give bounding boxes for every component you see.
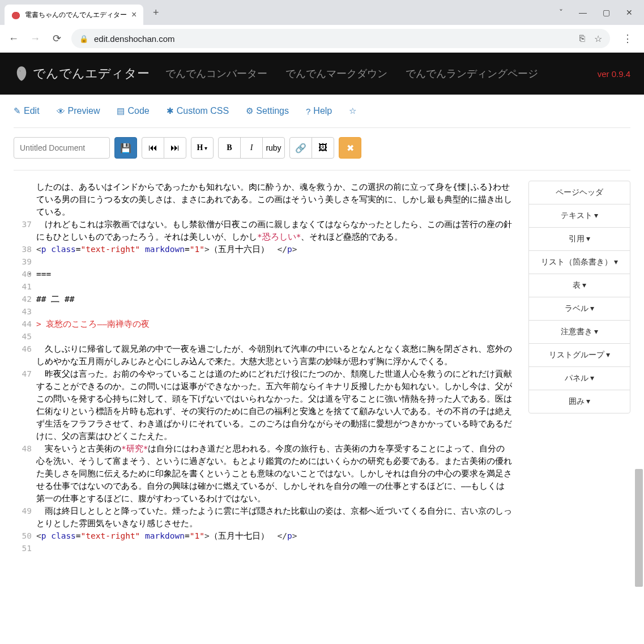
app-header: でんでんエディター でんでんコンバーター でんでんマークダウン でんでんランディ… <box>0 53 644 95</box>
link-icon: 🔗 <box>295 143 306 153</box>
browser-menu-button[interactable]: ⋮ <box>618 32 637 45</box>
browser-tab[interactable]: 電書ちゃんのでんでんエディター × <box>5 5 143 25</box>
line-gutter: 373839404142434445464748495051 <box>14 181 36 555</box>
sidebar-item-3[interactable]: リスト（箇条書き） ▾ <box>529 251 630 274</box>
code-content[interactable]: したのは、あるいはインドからであったかも知れない。肉に酔うか、魂を救うか、この選… <box>36 181 513 555</box>
sidebar-item-8[interactable]: パネル ▾ <box>529 367 630 390</box>
sidebar-item-0[interactable]: ページヘッダ <box>529 181 630 204</box>
next-button[interactable]: ⏭ <box>164 137 186 159</box>
browser-tab-bar: 電書ちゃんのでんでんエディター × + ˅ — ▢ ✕ <box>0 0 644 25</box>
sidebar-item-7[interactable]: リストグループ ▾ <box>529 344 630 367</box>
tab-edit[interactable]: ✎Edit <box>14 106 40 116</box>
tab-bookmark[interactable]: ☆ <box>349 106 356 116</box>
install-app-icon[interactable]: ⎘ <box>579 33 585 44</box>
address-bar: ← → ⟳ 🔒 edit.denshochan.com ⎘ ☆ ⋮ <box>0 25 644 52</box>
brand-logo-icon <box>14 62 29 85</box>
brand-title[interactable]: でんでんエディター <box>33 65 150 82</box>
scrollbar-thumb[interactable] <box>635 469 643 555</box>
link-button[interactable]: 🔗 <box>289 137 312 159</box>
favicon-icon <box>11 10 20 19</box>
new-tab-button[interactable]: + <box>148 5 164 20</box>
times-icon: ✖ <box>347 143 354 153</box>
maximize-icon[interactable]: ▢ <box>603 8 610 17</box>
eye-icon: 👁 <box>57 106 65 116</box>
skip-next-icon: ⏭ <box>170 143 180 153</box>
italic-button[interactable]: I <box>240 137 263 159</box>
tab-preview[interactable]: 👁Preview <box>57 106 100 116</box>
sidebar-item-9[interactable]: 囲み ▾ <box>529 390 630 413</box>
forward-button[interactable]: → <box>28 33 42 45</box>
sidebar-item-2[interactable]: 引用 ▾ <box>529 228 630 251</box>
image-icon: 🖼 <box>318 143 327 153</box>
image-button[interactable]: 🖼 <box>312 137 334 159</box>
url-input[interactable]: 🔒 edit.denshochan.com ⎘ ☆ <box>71 29 610 48</box>
close-window-icon[interactable]: ✕ <box>626 8 633 17</box>
nav-converter[interactable]: でんでんコンバーター <box>165 68 267 79</box>
ruby-button[interactable]: ruby <box>262 137 285 159</box>
bookmark-icon[interactable]: ☆ <box>594 33 602 44</box>
pencil-icon: ✎ <box>14 106 21 116</box>
gear-icon: ⚙ <box>246 106 253 116</box>
lock-icon: 🔒 <box>79 35 88 43</box>
sidebar-item-6[interactable]: 注意書き ▾ <box>529 321 630 344</box>
mode-tabs: ✎Edit 👁Preview ▤Code ✱Custom CSS ⚙Settin… <box>14 95 630 128</box>
asterisk-icon: ✱ <box>167 106 174 116</box>
tab-settings[interactable]: ⚙Settings <box>246 106 289 116</box>
tab-custom-css[interactable]: ✱Custom CSS <box>167 106 229 116</box>
nav-markdown[interactable]: でんでんマークダウン <box>285 68 387 79</box>
app-nav: でんでんコンバーター でんでんマークダウン でんでんランディングページ <box>165 67 554 80</box>
skip-prev-icon: ⏮ <box>148 143 157 153</box>
question-icon: ? <box>306 106 310 116</box>
star-icon: ☆ <box>349 106 356 116</box>
close-icon[interactable]: × <box>131 10 137 20</box>
prev-button[interactable]: ⏮ <box>142 137 164 159</box>
sidebar-item-1[interactable]: テキスト ▾ <box>529 204 630 228</box>
tab-code[interactable]: ▤Code <box>117 106 149 116</box>
reload-button[interactable]: ⟳ <box>50 32 63 45</box>
tab-title: 電書ちゃんのでんでんエディター <box>25 10 127 20</box>
action-toolbar: 💾 ⏮ ⏭ H▾ B I ruby 🔗 🖼 ✖ <box>14 128 630 170</box>
back-button[interactable]: ← <box>7 33 20 45</box>
sidebar-item-4[interactable]: 表 ▾ <box>529 274 630 297</box>
minimize-icon[interactable]: — <box>579 8 587 17</box>
code-icon: ▤ <box>117 106 125 116</box>
insert-sidebar: ページヘッダテキスト ▾引用 ▾リスト（箇条書き） ▾表 ▾ラベル ▾注意書き … <box>528 181 630 555</box>
document-title-input[interactable] <box>14 137 110 159</box>
bold-button[interactable]: B <box>218 137 241 159</box>
code-editor[interactable]: 373839404142434445464748495051 したのは、あるいは… <box>14 181 513 555</box>
save-button[interactable]: 💾 <box>114 137 137 159</box>
version-label: ver 0.9.4 <box>598 69 630 79</box>
tab-help[interactable]: ?Help <box>306 106 332 116</box>
save-icon: 💾 <box>120 143 131 153</box>
window-dropdown-icon[interactable]: ˅ <box>559 8 563 17</box>
sidebar-item-5[interactable]: ラベル ▾ <box>529 297 630 321</box>
nav-landing[interactable]: でんでんランディングページ <box>406 68 538 79</box>
heading-dropdown[interactable]: H▾ <box>191 137 214 159</box>
url-text: edit.denshochan.com <box>94 34 175 44</box>
clear-button[interactable]: ✖ <box>339 137 361 159</box>
